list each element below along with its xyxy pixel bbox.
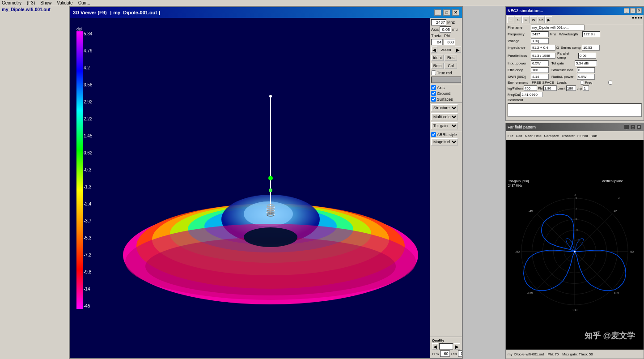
pattern-maxgain-status: Max gain: Theo: 50 [562,352,593,356]
pat-run-menu[interactable]: Run [590,134,598,138]
pattern-window: Far field pattern _ □ ✕ File Edit Near F… [505,123,644,359]
nec-eff-label: Efficiency [508,68,530,72]
axis-input[interactable] [440,26,451,33]
true-rad-label: True rad. [437,71,453,75]
pattern-min-button[interactable]: _ [624,124,629,130]
nec-volt-value[interactable]: 1+0j [531,38,549,44]
svg-text:0: 0 [574,193,576,197]
svg-point-12 [269,95,272,98]
multi-color-select-row: Multi-colo [430,112,462,121]
nec-show-btn[interactable]: Sh [538,16,545,23]
quality-dec-button[interactable]: ◀ [432,343,438,350]
pat-transfer-menu[interactable]: Transfer [561,134,576,138]
true-rad-checkbox[interactable] [431,70,436,75]
viewer-titlebar-left: 3D Viewer (F9) [ my_Dipole-001.out ] [73,10,160,15]
svg-text:-5: -5 [576,228,578,231]
maximize-button[interactable]: □ [443,9,450,16]
pat-nearfield-menu[interactable]: Near Field [524,134,542,138]
minimize-button[interactable]: _ [434,9,441,16]
menu-curr[interactable]: Curr... [78,0,90,5]
surfaces-check-label: Surfaces [437,97,453,102]
nec-comment-box[interactable] [508,103,642,117]
nec-settings-btn[interactable]: S [515,16,522,23]
nec-parcomp-label: Parallel comp [557,51,577,60]
nec-file-btn[interactable]: F [507,16,514,23]
magnitude-select[interactable]: Magnitud... [431,138,458,145]
menu-f3[interactable]: (F3) [27,0,35,5]
quality-inc-button[interactable]: ▶ [454,343,460,350]
left-panel: my_Dipole-wifi-001.out [0,6,69,359]
menu-show[interactable]: Show [40,0,51,5]
theta-label: Theta [431,34,441,38]
nec-loads-checkbox[interactable] [580,81,584,85]
rotc-button[interactable]: Rotc [431,63,444,69]
phi-input[interactable] [444,39,455,45]
zoom-right-button[interactable]: ▶ [455,47,461,53]
structure-select-row: Structure [430,103,462,112]
frequency-input[interactable] [431,19,446,26]
nec-swr-label: SWR [50Ω] [508,75,530,79]
fps-input[interactable] [440,350,450,357]
close-button[interactable]: ✕ [452,9,459,16]
structure-select[interactable]: Structure [431,104,458,111]
zoom-left-button[interactable]: ◀ [431,47,437,53]
ground-checkbox[interactable] [431,91,436,96]
menu-validate[interactable]: Validate [57,0,72,5]
phi-label: Phi [444,34,450,38]
nec-freq-checkbox[interactable] [608,81,612,85]
nec-theta-start-input[interactable] [524,85,537,91]
menubar: Geometry (F3) Show Validate Curr... [0,0,644,6]
theta-input[interactable] [431,39,443,45]
zoom-label: zoom [437,47,455,52]
nec-phi-val-input[interactable] [543,85,557,91]
magnitude-select-row: Magnitud... [430,137,462,146]
nec-chp-input[interactable] [583,85,589,91]
pattern-max-button[interactable]: □ [630,124,636,130]
pattern-phi-status: Phi: 70 [547,352,559,356]
nec-window-btn[interactable]: W [530,16,537,23]
nec-count-input[interactable] [566,85,576,91]
arrl-style-checkbox[interactable] [431,132,436,137]
pat-file-menu[interactable]: File [507,134,514,138]
pat-ffplot-menu[interactable]: FFPlot [576,134,589,138]
ident-button[interactable]: Ident [431,55,444,61]
nec-calc-btn[interactable]: C [522,16,530,23]
nec-totgain-value: 5.34 dBi [575,60,597,66]
quality-slider[interactable] [439,343,453,350]
pattern-toolbar: File Edit Near Field Compare Transfer FF… [506,131,644,140]
nec-run-btn[interactable]: ▶ [545,16,552,23]
pattern-close-button[interactable]: ✕ [636,124,642,130]
slider-control[interactable] [431,77,461,83]
nec-freq-cut-input[interactable] [521,92,543,97]
multi-color-select[interactable]: Multi-colo [431,113,458,120]
axis-checkbox[interactable] [431,85,436,90]
nec-inpow-value: 0.5W [531,60,549,66]
nec-max-button[interactable]: □ [630,8,636,13]
viewer-right-panel: Mhz Axis mtr Theta Phi ◀ zoom ▶ [430,18,462,358]
nec-freq-value[interactable]: 2437 [531,31,549,37]
nec-radpow-value: 0.5W [577,74,595,80]
nec-env-label: Environment [508,81,530,85]
fps-label: FPS [432,352,439,356]
nec-par-value: 91.3 / 1998 [531,53,555,59]
pat-compare-menu[interactable]: Compare [543,134,560,138]
scale-2.92: 2.92 [84,99,92,104]
pat-edit-menu[interactable]: Edit [515,134,523,138]
surfaces-checkbox[interactable] [431,97,436,102]
col-button[interactable]: Col [445,63,457,69]
menu-geometry[interactable]: Geometry [2,0,21,5]
tris-input[interactable] [458,350,462,357]
nec-freq-unit: Mhz [550,32,556,36]
nec-close-button[interactable]: ✕ [636,8,642,13]
pattern-status-bar: my_Dipole-wifi-001.out Phi: 70 Max gain:… [506,350,644,359]
nec-series-value: 10.53 [582,45,600,51]
scale-1.45: 1.45 [84,133,92,138]
nec-filename-value: my_Dipole-wifi-001.o... [531,25,585,30]
viewer-title: 3D Viewer (F9) [73,10,107,15]
tot-gain-select[interactable]: Tot-gain [431,122,458,129]
res-button[interactable]: Res [445,55,457,61]
nec-min-button[interactable]: _ [624,8,629,13]
svg-text:-90: -90 [515,250,520,253]
scale-9.8: -9.8 [84,269,91,274]
viewer-titlebar: 3D Viewer (F9) [ my_Dipole-001.out ] _ □… [70,7,462,18]
